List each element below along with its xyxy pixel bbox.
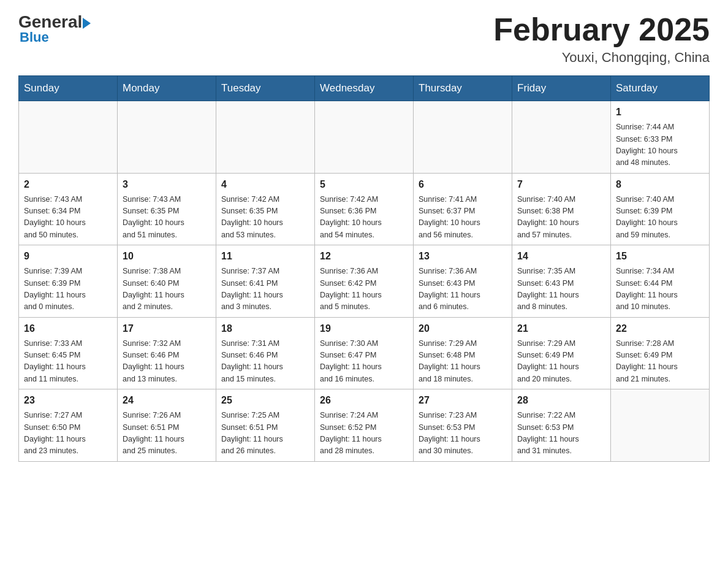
calendar-cell: 15Sunrise: 7:34 AMSunset: 6:44 PMDayligh… — [611, 245, 710, 318]
calendar-cell — [216, 101, 315, 174]
day-number: 10 — [123, 249, 211, 264]
title-section: February 2025 Youxi, Chongqing, China — [493, 12, 710, 66]
calendar-cell: 6Sunrise: 7:41 AMSunset: 6:37 PMDaylight… — [414, 173, 512, 245]
day-number: 12 — [320, 249, 408, 264]
calendar-cell — [414, 101, 512, 174]
day-info: Sunrise: 7:27 AMSunset: 6:50 PMDaylight:… — [24, 410, 112, 458]
calendar-cell: 20Sunrise: 7:29 AMSunset: 6:48 PMDayligh… — [414, 317, 512, 389]
day-info: Sunrise: 7:44 AMSunset: 6:33 PMDaylight:… — [616, 121, 704, 169]
day-info: Sunrise: 7:35 AMSunset: 6:43 PMDaylight:… — [517, 266, 605, 313]
day-info: Sunrise: 7:30 AMSunset: 6:47 PMDaylight:… — [320, 338, 408, 386]
day-info: Sunrise: 7:34 AMSunset: 6:44 PMDaylight:… — [616, 266, 704, 313]
day-info: Sunrise: 7:22 AMSunset: 6:53 PMDaylight:… — [517, 410, 605, 458]
day-number: 7 — [517, 177, 605, 192]
day-number: 19 — [320, 321, 408, 336]
location: Youxi, Chongqing, China — [493, 50, 710, 66]
day-info: Sunrise: 7:36 AMSunset: 6:42 PMDaylight:… — [320, 266, 408, 313]
calendar-cell — [315, 101, 414, 174]
day-number: 5 — [320, 177, 408, 192]
calendar-cell: 7Sunrise: 7:40 AMSunset: 6:38 PMDaylight… — [512, 173, 611, 245]
day-number: 9 — [24, 249, 112, 264]
day-info: Sunrise: 7:43 AMSunset: 6:34 PMDaylight:… — [24, 194, 112, 242]
day-info: Sunrise: 7:39 AMSunset: 6:39 PMDaylight:… — [24, 266, 112, 313]
day-number: 6 — [419, 177, 507, 192]
day-number: 1 — [616, 105, 704, 120]
calendar-week-5: 23Sunrise: 7:27 AMSunset: 6:50 PMDayligh… — [19, 389, 710, 462]
calendar-cell: 12Sunrise: 7:36 AMSunset: 6:42 PMDayligh… — [315, 245, 414, 318]
weekday-friday: Friday — [512, 76, 611, 101]
weekday-saturday: Saturday — [611, 76, 710, 101]
weekday-monday: Monday — [118, 76, 216, 101]
day-info: Sunrise: 7:41 AMSunset: 6:37 PMDaylight:… — [419, 194, 507, 242]
page-header: General Blue February 2025 Youxi, Chongq… — [18, 12, 710, 66]
calendar-cell: 14Sunrise: 7:35 AMSunset: 6:43 PMDayligh… — [512, 245, 611, 318]
day-info: Sunrise: 7:37 AMSunset: 6:41 PMDaylight:… — [221, 266, 309, 313]
day-info: Sunrise: 7:29 AMSunset: 6:49 PMDaylight:… — [517, 338, 605, 386]
day-number: 25 — [221, 393, 309, 408]
day-number: 23 — [24, 393, 112, 408]
calendar-cell: 17Sunrise: 7:32 AMSunset: 6:46 PMDayligh… — [118, 317, 216, 389]
calendar-header: Sunday Monday Tuesday Wednesday Thursday… — [19, 76, 710, 101]
day-info: Sunrise: 7:25 AMSunset: 6:51 PMDaylight:… — [221, 410, 309, 458]
calendar-cell: 5Sunrise: 7:42 AMSunset: 6:36 PMDaylight… — [315, 173, 414, 245]
day-info: Sunrise: 7:29 AMSunset: 6:48 PMDaylight:… — [419, 338, 507, 386]
calendar-cell: 23Sunrise: 7:27 AMSunset: 6:50 PMDayligh… — [19, 389, 118, 462]
day-info: Sunrise: 7:26 AMSunset: 6:51 PMDaylight:… — [123, 410, 211, 458]
day-info: Sunrise: 7:43 AMSunset: 6:35 PMDaylight:… — [123, 194, 211, 242]
calendar-cell: 26Sunrise: 7:24 AMSunset: 6:52 PMDayligh… — [315, 389, 414, 462]
day-number: 21 — [517, 321, 605, 336]
calendar-cell: 10Sunrise: 7:38 AMSunset: 6:40 PMDayligh… — [118, 245, 216, 318]
calendar-cell: 13Sunrise: 7:36 AMSunset: 6:43 PMDayligh… — [414, 245, 512, 318]
day-number: 15 — [616, 249, 704, 264]
calendar-cell — [118, 101, 216, 174]
day-info: Sunrise: 7:40 AMSunset: 6:38 PMDaylight:… — [517, 194, 605, 242]
weekday-row: Sunday Monday Tuesday Wednesday Thursday… — [19, 76, 710, 101]
day-number: 17 — [123, 321, 211, 336]
logo-blue-text: Blue — [20, 29, 49, 45]
day-info: Sunrise: 7:38 AMSunset: 6:40 PMDaylight:… — [123, 266, 211, 313]
day-number: 3 — [123, 177, 211, 192]
calendar-cell: 28Sunrise: 7:22 AMSunset: 6:53 PMDayligh… — [512, 389, 611, 462]
calendar-cell: 16Sunrise: 7:33 AMSunset: 6:45 PMDayligh… — [19, 317, 118, 389]
day-info: Sunrise: 7:23 AMSunset: 6:53 PMDaylight:… — [419, 410, 507, 458]
logo: General Blue — [18, 12, 91, 45]
calendar-cell: 25Sunrise: 7:25 AMSunset: 6:51 PMDayligh… — [216, 389, 315, 462]
day-number: 14 — [517, 249, 605, 264]
calendar-cell: 27Sunrise: 7:23 AMSunset: 6:53 PMDayligh… — [414, 389, 512, 462]
calendar-cell: 9Sunrise: 7:39 AMSunset: 6:39 PMDaylight… — [19, 245, 118, 318]
calendar-table: Sunday Monday Tuesday Wednesday Thursday… — [18, 75, 710, 462]
calendar-cell: 19Sunrise: 7:30 AMSunset: 6:47 PMDayligh… — [315, 317, 414, 389]
day-info: Sunrise: 7:42 AMSunset: 6:35 PMDaylight:… — [221, 194, 309, 242]
calendar-week-3: 9Sunrise: 7:39 AMSunset: 6:39 PMDaylight… — [19, 245, 710, 318]
day-number: 28 — [517, 393, 605, 408]
calendar-week-4: 16Sunrise: 7:33 AMSunset: 6:45 PMDayligh… — [19, 317, 710, 389]
day-number: 16 — [24, 321, 112, 336]
calendar-cell: 3Sunrise: 7:43 AMSunset: 6:35 PMDaylight… — [118, 173, 216, 245]
day-info: Sunrise: 7:40 AMSunset: 6:39 PMDaylight:… — [616, 194, 704, 242]
day-number: 2 — [24, 177, 112, 192]
month-title: February 2025 — [493, 12, 710, 47]
weekday-tuesday: Tuesday — [216, 76, 315, 101]
weekday-sunday: Sunday — [19, 76, 118, 101]
day-info: Sunrise: 7:32 AMSunset: 6:46 PMDaylight:… — [123, 338, 211, 386]
calendar-week-2: 2Sunrise: 7:43 AMSunset: 6:34 PMDaylight… — [19, 173, 710, 245]
calendar-cell: 1Sunrise: 7:44 AMSunset: 6:33 PMDaylight… — [611, 101, 710, 174]
calendar-cell: 18Sunrise: 7:31 AMSunset: 6:46 PMDayligh… — [216, 317, 315, 389]
calendar-cell — [512, 101, 611, 174]
day-info: Sunrise: 7:31 AMSunset: 6:46 PMDaylight:… — [221, 338, 309, 386]
calendar-cell — [611, 389, 710, 462]
day-info: Sunrise: 7:36 AMSunset: 6:43 PMDaylight:… — [419, 266, 507, 313]
day-number: 22 — [616, 321, 704, 336]
day-number: 27 — [419, 393, 507, 408]
calendar-cell: 4Sunrise: 7:42 AMSunset: 6:35 PMDaylight… — [216, 173, 315, 245]
day-number: 26 — [320, 393, 408, 408]
day-info: Sunrise: 7:42 AMSunset: 6:36 PMDaylight:… — [320, 194, 408, 242]
calendar-cell: 11Sunrise: 7:37 AMSunset: 6:41 PMDayligh… — [216, 245, 315, 318]
day-number: 18 — [221, 321, 309, 336]
calendar-cell: 8Sunrise: 7:40 AMSunset: 6:39 PMDaylight… — [611, 173, 710, 245]
calendar-cell: 21Sunrise: 7:29 AMSunset: 6:49 PMDayligh… — [512, 317, 611, 389]
calendar-cell: 22Sunrise: 7:28 AMSunset: 6:49 PMDayligh… — [611, 317, 710, 389]
day-number: 4 — [221, 177, 309, 192]
calendar-week-1: 1Sunrise: 7:44 AMSunset: 6:33 PMDaylight… — [19, 101, 710, 174]
day-number: 24 — [123, 393, 211, 408]
